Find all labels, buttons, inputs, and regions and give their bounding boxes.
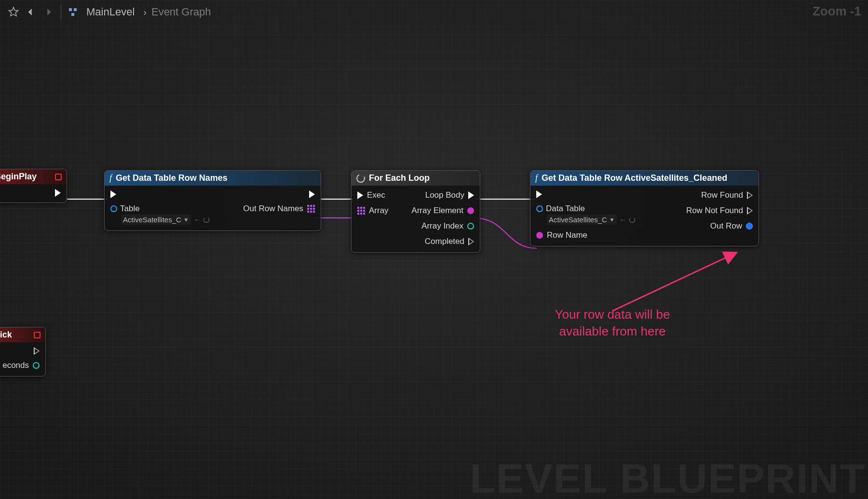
function-icon: f bbox=[535, 173, 538, 183]
node-title: Get Data Table Row Names bbox=[116, 173, 228, 183]
node-get-data-table-row[interactable]: f Get Data Table Row ActiveSatellites_Cl… bbox=[530, 170, 759, 246]
svg-line-3 bbox=[612, 253, 735, 311]
annotation-line: Your row data will be bbox=[516, 306, 709, 323]
breadcrumb-main[interactable]: MainLevel bbox=[86, 6, 135, 18]
array-pin-icon bbox=[307, 205, 315, 213]
pin-label: Out Row Names bbox=[243, 204, 303, 214]
nav-forward-icon[interactable] bbox=[40, 3, 57, 21]
data-table-in-pin[interactable]: Data Table ActiveSatellites_C▼ ← bbox=[536, 204, 635, 225]
event-flag-icon bbox=[55, 174, 62, 180]
row-found-out-pin[interactable]: Row Found bbox=[701, 190, 753, 200]
array-element-out-pin[interactable]: Array Element bbox=[411, 206, 474, 216]
node-get-row-names[interactable]: f Get Data Table Row Names Table ActiveS… bbox=[104, 170, 321, 231]
macro-loop-icon bbox=[355, 173, 366, 184]
exec-out-pin[interactable] bbox=[309, 190, 315, 198]
chevron-right-icon: › bbox=[143, 7, 147, 18]
exec-in-pin[interactable] bbox=[536, 190, 635, 198]
array-pin-icon bbox=[357, 207, 365, 215]
nav-back-icon[interactable] bbox=[22, 3, 40, 21]
graph-icon[interactable] bbox=[65, 3, 82, 21]
svg-rect-0 bbox=[69, 8, 72, 11]
array-index-out-pin[interactable]: Array Index bbox=[421, 221, 474, 231]
exec-in-pin[interactable]: Exec bbox=[357, 190, 389, 200]
pin-label: Row Not Found bbox=[686, 206, 743, 216]
annotation-text: Your row data will be available from her… bbox=[516, 306, 709, 340]
exec-out-pin[interactable] bbox=[55, 189, 61, 197]
pin-label: Data Table bbox=[546, 204, 585, 214]
pin-label: Table bbox=[120, 204, 140, 214]
node-title: t BeginPlay bbox=[0, 172, 37, 182]
toolbar-divider bbox=[61, 5, 61, 19]
pin-label: Completed bbox=[425, 237, 464, 246]
completed-out-pin[interactable]: Completed bbox=[425, 237, 474, 246]
out-row-names-pin[interactable]: Out Row Names bbox=[243, 204, 315, 214]
node-title: Get Data Table Row ActiveSatellites_Clea… bbox=[542, 173, 727, 183]
node-event-tick[interactable]: t Tick econds bbox=[0, 327, 46, 377]
node-header[interactable]: t BeginPlay bbox=[0, 169, 67, 184]
zoom-indicator: Zoom -1 bbox=[813, 4, 861, 19]
node-header[interactable]: f Get Data Table Row ActiveSatellites_Cl… bbox=[530, 171, 759, 186]
pin-label: Exec bbox=[367, 190, 385, 200]
node-header[interactable]: For Each Loop bbox=[352, 171, 480, 186]
node-for-each-loop[interactable]: For Each Loop Exec Array Loop Body Array… bbox=[351, 170, 480, 253]
pin-label: Array bbox=[369, 206, 389, 216]
table-dropdown[interactable]: ActiveSatellites_C▼ bbox=[547, 215, 617, 225]
loop-body-out-pin[interactable]: Loop Body bbox=[425, 190, 474, 200]
pin-label: Row Name bbox=[547, 230, 587, 240]
svg-rect-1 bbox=[74, 8, 77, 11]
exec-in-pin[interactable] bbox=[110, 190, 209, 198]
favorite-icon[interactable] bbox=[5, 3, 22, 21]
watermark-text: LEVEL BLUEPRINT bbox=[470, 458, 866, 499]
node-title: For Each Loop bbox=[369, 173, 430, 183]
toolbar: MainLevel › Event Graph bbox=[0, 0, 868, 24]
svg-rect-2 bbox=[71, 13, 74, 16]
annotation-line: available from here bbox=[516, 323, 709, 340]
browse-icon[interactable]: ← bbox=[620, 216, 626, 224]
node-title: t Tick bbox=[0, 330, 12, 340]
pin-label: Out Row bbox=[710, 221, 742, 231]
row-name-in-pin[interactable]: Row Name bbox=[536, 230, 635, 240]
pin-label: Loop Body bbox=[425, 190, 464, 200]
breadcrumb-sub[interactable]: Event Graph bbox=[151, 6, 211, 18]
reset-icon[interactable] bbox=[629, 217, 635, 223]
seconds-out-pin[interactable]: econds bbox=[2, 361, 40, 370]
pin-label: econds bbox=[2, 361, 29, 370]
pin-label: Array Element bbox=[411, 206, 463, 216]
event-flag-icon bbox=[34, 332, 41, 338]
table-dropdown[interactable]: ActiveSatellites_C▼ bbox=[121, 215, 191, 225]
pin-label: Array Index bbox=[421, 221, 463, 231]
node-header[interactable]: f Get Data Table Row Names bbox=[105, 171, 321, 186]
exec-out-pin[interactable] bbox=[34, 347, 40, 355]
row-not-found-out-pin[interactable]: Row Not Found bbox=[686, 206, 753, 216]
out-row-pin[interactable]: Out Row bbox=[710, 221, 753, 231]
reset-icon[interactable] bbox=[203, 217, 209, 223]
pin-label: Row Found bbox=[701, 190, 743, 200]
function-icon: f bbox=[109, 173, 112, 183]
node-header[interactable]: t Tick bbox=[0, 327, 45, 342]
table-in-pin[interactable]: Table ActiveSatellites_C▼ ← bbox=[110, 204, 209, 225]
browse-icon[interactable]: ← bbox=[194, 216, 201, 224]
array-in-pin[interactable]: Array bbox=[357, 206, 389, 216]
node-event-beginplay[interactable]: t BeginPlay bbox=[0, 169, 67, 203]
